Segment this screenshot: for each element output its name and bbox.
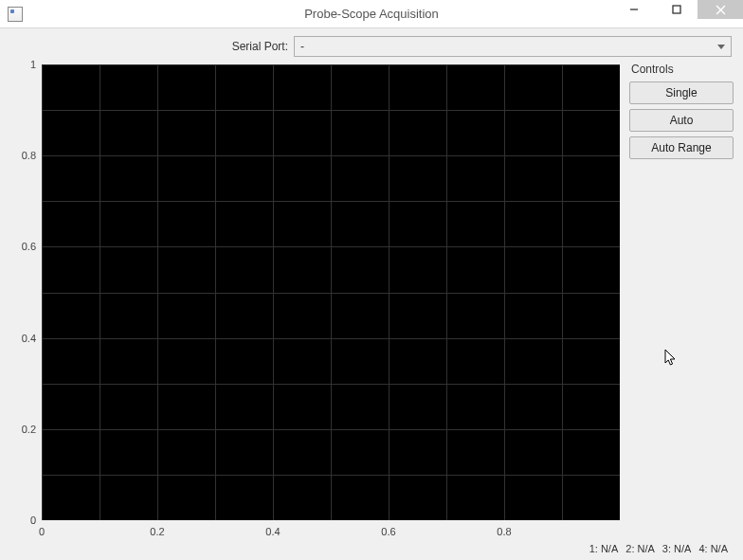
serial-port-label: Serial Port: [9, 40, 294, 53]
close-button[interactable] [698, 0, 743, 19]
app-icon [8, 7, 23, 22]
y-tick: 0 [30, 515, 40, 526]
x-tick: 0.4 [265, 526, 280, 537]
controls-panel: Controls Single Auto Auto Range [629, 63, 734, 539]
status-ch1: 1: N/A [589, 543, 619, 554]
y-tick: 0.2 [22, 424, 40, 435]
x-tick: 0.2 [150, 526, 164, 537]
auto-button[interactable]: Auto [629, 109, 734, 132]
controls-title: Controls [629, 63, 734, 76]
autorange-button[interactable]: Auto Range [629, 136, 734, 159]
app-body: Serial Port: - 00.20.40.60.8100.20.40.60… [0, 28, 743, 560]
y-tick: 1 [30, 59, 40, 70]
maximize-button[interactable] [655, 0, 698, 19]
serial-port-row: Serial Port: - [9, 36, 734, 57]
chevron-down-icon [717, 45, 725, 49]
plot-area: 00.20.40.60.8100.20.40.60.8 [9, 63, 622, 539]
x-tick: 0 [39, 526, 45, 537]
plot-canvas[interactable] [42, 64, 620, 520]
serial-port-select[interactable]: - [294, 36, 732, 57]
y-tick: 0.6 [22, 241, 40, 252]
y-tick: 0.8 [22, 150, 40, 161]
window-controls [612, 0, 743, 27]
serial-port-value: - [300, 40, 304, 53]
status-row: 1: N/A 2: N/A 3: N/A 4: N/A [9, 539, 734, 554]
x-tick: 0.8 [497, 526, 511, 537]
title-bar: Probe-Scope Acquisition [0, 0, 743, 28]
single-button[interactable]: Single [629, 81, 734, 104]
status-ch3: 3: N/A [662, 543, 692, 554]
main-row: 00.20.40.60.8100.20.40.60.8 Controls Sin… [9, 63, 734, 539]
status-ch4: 4: N/A [698, 543, 728, 554]
y-tick: 0.4 [22, 333, 40, 344]
minimize-button[interactable] [612, 0, 655, 19]
plot-frame[interactable]: 00.20.40.60.8100.20.40.60.8 [9, 63, 622, 539]
status-ch2: 2: N/A [625, 543, 655, 554]
svg-rect-1 [673, 6, 680, 13]
x-tick: 0.6 [381, 526, 395, 537]
